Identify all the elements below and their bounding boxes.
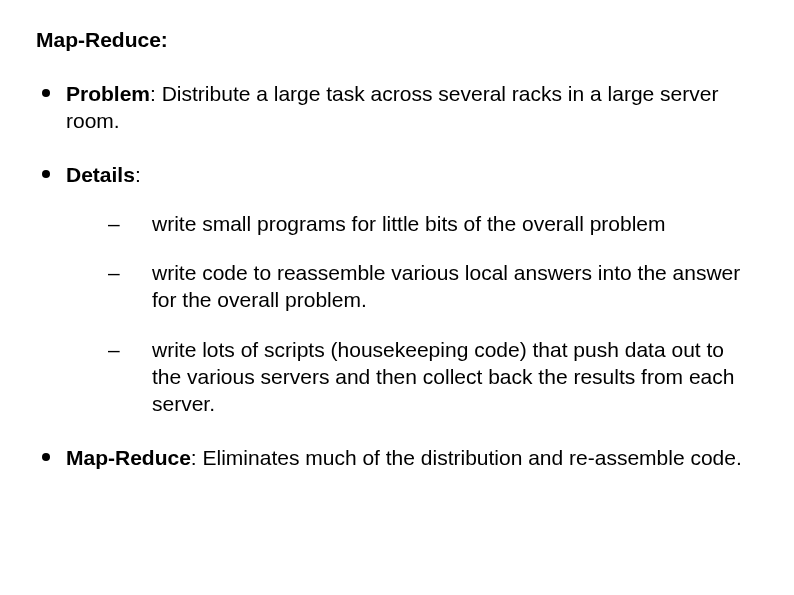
slide-title: Map-Reduce:: [36, 28, 758, 52]
sub-bullet-list: write small programs for little bits of …: [66, 210, 758, 418]
sub-bullet-text: write lots of scripts (housekeeping code…: [152, 338, 734, 416]
list-item: Details: write small programs for little…: [42, 161, 758, 418]
bullet-list: Problem: Distribute a large task across …: [36, 80, 758, 471]
lead-term: Details: [66, 163, 135, 186]
slide: Map-Reduce: Problem: Distribute a large …: [0, 0, 794, 595]
list-item: Problem: Distribute a large task across …: [42, 80, 758, 135]
list-item: write code to reassemble various local a…: [108, 259, 758, 314]
sub-bullet-text: write code to reassemble various local a…: [152, 261, 740, 311]
bullet-text: : Eliminates much of the distribution an…: [191, 446, 742, 469]
list-item: write lots of scripts (housekeeping code…: [108, 336, 758, 418]
bullet-text: :: [135, 163, 141, 186]
lead-term: Problem: [66, 82, 150, 105]
sub-bullet-text: write small programs for little bits of …: [152, 212, 666, 235]
list-item: write small programs for little bits of …: [108, 210, 758, 237]
list-item: Map-Reduce: Eliminates much of the distr…: [42, 444, 758, 471]
lead-term: Map-Reduce: [66, 446, 191, 469]
bullet-text: : Distribute a large task across several…: [66, 82, 718, 132]
